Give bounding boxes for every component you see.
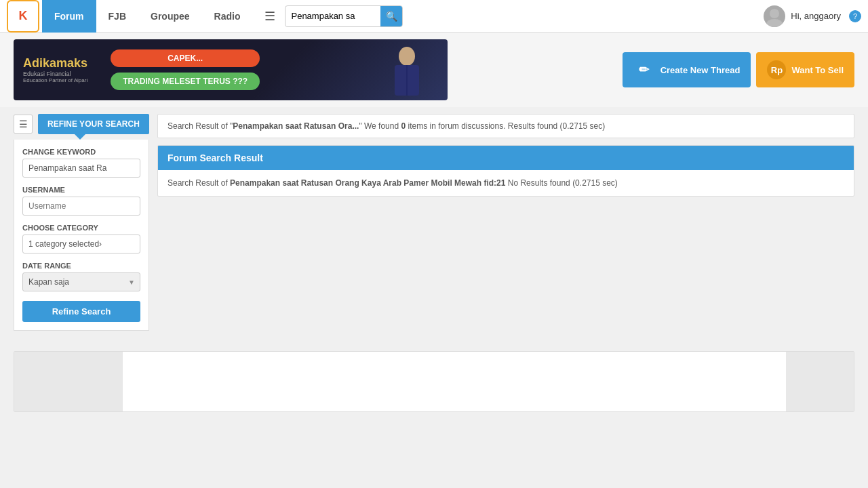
search-keyword-bold: Penampakan saat Ratusan Ora...	[233, 121, 359, 131]
username-input[interactable]	[22, 197, 140, 216]
nav-right: Hi, anggaory ?	[764, 5, 861, 27]
pencil-icon: ✏	[633, 59, 655, 81]
footer-area	[14, 351, 854, 412]
logo[interactable]: K	[7, 0, 39, 33]
svg-point-0	[770, 9, 779, 18]
date-range-wrapper: Kapan saja Hari ini Minggu ini Bulan ini	[22, 272, 140, 291]
brand-name: Adikamaks	[23, 56, 87, 70]
search-input[interactable]	[285, 11, 380, 21]
banner-btn-2[interactable]: TRADING MELESET TERUS ???	[111, 73, 260, 90]
create-thread-button[interactable]: ✏ Create New Thread	[623, 52, 751, 87]
main-content: ☰ REFINE YOUR SEARCH CHANGE KEYWORD USER…	[0, 114, 868, 331]
banner-buttons: CAPEK... TRADING MELESET TERUS ???	[111, 49, 260, 90]
keyword-input[interactable]	[22, 159, 140, 178]
forum-results-body: Search Result of Penampakan saat Ratusan…	[158, 170, 854, 196]
create-thread-label: Create New Thread	[660, 65, 741, 75]
user-greeting: Hi, anggaory	[791, 11, 841, 21]
top-navigation: K Forum FJB Groupee Radio ☰ 🔍 Hi, anggao…	[0, 0, 868, 33]
nav-forum[interactable]: Forum	[42, 0, 96, 33]
forum-results-box: Forum Search Result Search Result of Pen…	[157, 145, 854, 197]
refine-indicator	[75, 134, 85, 140]
keyword-label: CHANGE KEYWORD	[22, 148, 140, 156]
search-bar: 🔍	[285, 5, 403, 27]
footer-mid	[123, 352, 786, 411]
category-label: CHOOSE CATEGORY	[22, 224, 140, 232]
search-info-bar: Search Result of "Penampakan saat Ratusa…	[157, 114, 854, 138]
logo-icon: K	[19, 9, 28, 23]
footer-right	[786, 352, 854, 411]
svg-point-2	[399, 47, 415, 66]
result-detail-prefix: Search Result of	[167, 178, 230, 188]
refine-header: REFINE YOUR SEARCH	[38, 114, 149, 134]
date-range-select[interactable]: Kapan saja Hari ini Minggu ini Bulan ini	[22, 272, 140, 291]
action-buttons: ✏ Create New Thread Rp Want To Sell	[623, 52, 854, 87]
sidebar: ☰ REFINE YOUR SEARCH CHANGE KEYWORD USER…	[14, 114, 149, 331]
brand-sub: Edukasi Financial	[23, 70, 87, 77]
search-button[interactable]: 🔍	[380, 5, 402, 27]
sidebar-body: CHANGE KEYWORD USERNAME CHOOSE CATEGORY …	[14, 140, 149, 331]
forum-results-header: Forum Search Result	[158, 146, 854, 170]
banner-figure	[387, 39, 434, 100]
search-result-area: Search Result of "Penampakan saat Ratusa…	[157, 114, 854, 331]
menu-icon[interactable]: ☰	[259, 5, 281, 27]
nav-groupee[interactable]: Groupee	[138, 0, 202, 33]
search-info-suffix: " We found	[359, 121, 401, 131]
username-label: USERNAME	[22, 186, 140, 194]
footer-left	[14, 352, 123, 411]
banner-logo: Adikamaks Edukasi Financial Education Pa…	[14, 49, 97, 90]
result-detail-suffix: No Results found (0.2715 sec)	[505, 178, 617, 188]
brand-partner: Education Partner of Alpari	[23, 77, 87, 83]
want-to-sell-button[interactable]: Rp Want To Sell	[756, 52, 854, 87]
refine-header-label: REFINE YOUR SEARCH	[47, 119, 140, 129]
result-detail-keyword: Penampakan saat Ratusan Orang Kaya Arab …	[230, 178, 505, 188]
list-toggle-button[interactable]: ☰	[14, 115, 33, 134]
nav-fjb[interactable]: FJB	[96, 0, 138, 33]
want-to-sell-label: Want To Sell	[791, 65, 844, 75]
footer-inner	[14, 352, 854, 411]
search-info-prefix: Search Result of "	[167, 121, 233, 131]
banner-area: Adikamaks Edukasi Financial Education Pa…	[0, 33, 868, 107]
nav-radio[interactable]: Radio	[202, 0, 253, 33]
date-label: DATE RANGE	[22, 262, 140, 270]
banner-image: Adikamaks Edukasi Financial Education Pa…	[14, 39, 448, 100]
svg-point-1	[766, 19, 783, 27]
refine-search-button[interactable]: Refine Search	[22, 301, 140, 322]
banner-btn-1[interactable]: CAPEK...	[111, 49, 260, 67]
avatar	[764, 5, 785, 27]
help-icon[interactable]: ?	[849, 10, 861, 22]
rp-icon: Rp	[767, 60, 786, 79]
search-info-suffix2: items in forum discussions. Results foun…	[406, 121, 605, 131]
category-input[interactable]	[22, 235, 140, 253]
nav-items: Forum FJB Groupee Radio	[42, 0, 252, 33]
